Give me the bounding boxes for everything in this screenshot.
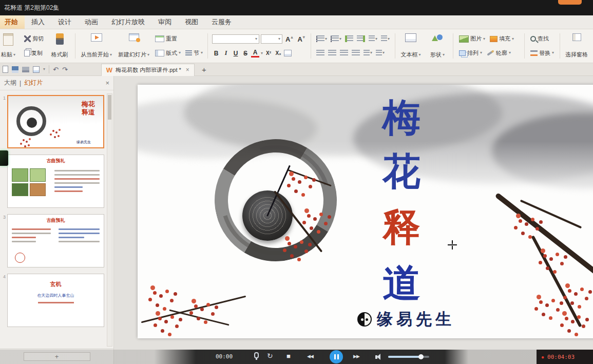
layout-button[interactable]: 版式 ▾ (154, 49, 182, 58)
superscript-button[interactable]: X² (264, 50, 273, 56)
italic-button[interactable]: I (222, 49, 230, 57)
outline-button[interactable]: 轮廓 ▾ (485, 49, 512, 58)
slide-thumbnail-2[interactable]: 古曲预礼 (7, 155, 104, 208)
section-button[interactable]: 节 ▾ (184, 49, 204, 58)
play-pause-button[interactable] (330, 350, 343, 363)
dropdown-arrow-icon: ▾ (147, 53, 149, 57)
increase-font-button[interactable]: A ▴ (284, 35, 294, 43)
slide-thumbnail-4[interactable]: 玄机 在天边四时人事玄山 (7, 274, 104, 327)
picture-button[interactable]: 图片 ▾ (457, 34, 487, 43)
subscript-button[interactable]: X₂ (274, 50, 282, 56)
text-direction-button[interactable]: ▾ (368, 35, 378, 43)
tab-animation[interactable]: 动画 (78, 15, 105, 29)
reset-button[interactable]: 重置 (154, 34, 204, 43)
tab-slideshow[interactable]: 幻灯片放映 (105, 15, 151, 29)
dropdown-arrow-icon: ▾ (13, 53, 15, 57)
new-tab-button[interactable]: + (198, 65, 210, 74)
numbered-list-button[interactable]: ▾ (330, 35, 342, 43)
section-icon (185, 50, 192, 55)
rewind-button[interactable]: ◀◀ (307, 354, 313, 359)
strikethrough-button[interactable]: S (241, 50, 250, 57)
tab-slides[interactable]: 幻灯片 (24, 79, 43, 87)
cut-button[interactable]: 剪切 (23, 34, 45, 43)
panel-close-icon[interactable]: × (105, 79, 109, 87)
slide-thumbnail-1[interactable]: 梅花 释道 缘易先生 (7, 95, 104, 148)
dropdown-arrow-icon: ▾ (278, 37, 280, 41)
bold-button[interactable]: B (212, 50, 220, 57)
format-painter-icon (56, 33, 64, 45)
save-icon[interactable] (12, 66, 18, 73)
projector-icon (91, 33, 102, 42)
volume-slider[interactable] (388, 356, 429, 358)
print-preview-icon[interactable] (33, 66, 40, 73)
tab-close-icon[interactable]: × (186, 66, 189, 73)
speaker-icon[interactable] (375, 354, 381, 360)
thumb-text-line (12, 237, 36, 238)
edge-watermark (0, 150, 8, 166)
arrange-button[interactable]: 排列 ▾ (457, 49, 484, 58)
document-tab[interactable]: W 梅花易数 内部班课件.ppt * × (101, 64, 195, 76)
selection-pane-button[interactable]: 选择窗格 (563, 32, 590, 60)
copy-icon (24, 50, 30, 56)
font-size-select[interactable]: ▾ (261, 34, 282, 44)
format-painter-button[interactable]: 格式刷 (47, 32, 72, 60)
new-file-icon[interactable] (3, 66, 8, 73)
microphone-icon[interactable] (254, 352, 259, 358)
paragraph-settings-button[interactable]: ▾ (380, 35, 391, 43)
increase-indent-button[interactable] (356, 35, 366, 43)
thumb-text-line: 在天边四时人事玄山 (8, 293, 104, 298)
thumb-text-line (54, 178, 100, 180)
phonetic-guide-icon[interactable] (284, 50, 292, 56)
replace-button[interactable]: 替换 ▾ (529, 49, 556, 58)
fill-button[interactable]: 填充 ▾ (488, 34, 515, 43)
stop-button[interactable]: ■ (286, 352, 291, 360)
shapes-button[interactable]: 形状▾ (425, 32, 450, 60)
yinyang-dot (361, 318, 364, 321)
find-button[interactable]: 查找 (529, 34, 556, 43)
volume-slider-knob[interactable] (418, 354, 424, 359)
new-slide-button[interactable]: 新建幻灯片▾ (116, 32, 151, 60)
thumb-text-line (59, 233, 100, 234)
sidebar-scrollbar[interactable] (107, 93, 112, 347)
align-left-button[interactable] (315, 49, 326, 57)
slide-thumbnail-3[interactable]: 古曲预礼 (7, 214, 104, 267)
tab-cloud[interactable]: 云服务 (205, 15, 238, 29)
tab-review[interactable]: 审阅 (151, 15, 178, 29)
undo-button[interactable]: ↶ (53, 66, 59, 73)
line-spacing-button[interactable]: ▾ (362, 49, 373, 57)
textbox-button[interactable]: 文本框▾ (398, 32, 423, 60)
decrease-indent-button[interactable] (344, 35, 354, 43)
justify-button[interactable] (351, 49, 361, 57)
tab-design[interactable]: 设计 (51, 15, 78, 29)
underline-button[interactable]: U (232, 50, 240, 57)
quickbar-dropdown-icon[interactable]: ▾ (43, 67, 45, 71)
quickbar-separator (49, 65, 49, 73)
sidebar-scrollbar-thumb[interactable] (108, 95, 111, 120)
outline-label: 轮廓 (496, 49, 507, 57)
paste-button[interactable]: 粘贴▾ (0, 32, 21, 60)
tab-outline[interactable]: 大纲 (4, 79, 16, 87)
thumb-text-line (59, 228, 100, 230)
font-color-button[interactable]: A (251, 49, 259, 58)
play-from-current-button[interactable]: 从当前开始▾ (79, 32, 114, 60)
thumb-title: 古曲预礼 (8, 217, 104, 224)
bullet-list-button[interactable]: ▾ (315, 35, 328, 43)
font-name-select[interactable]: ▾ (212, 34, 259, 44)
align-center-button[interactable] (327, 49, 337, 57)
replay-icon[interactable]: ↻ (267, 352, 273, 360)
columns-button[interactable]: ▾ (375, 49, 386, 57)
titlebar: 花释道 第2期第02集 (0, 0, 593, 15)
tab-home[interactable]: 开始 (0, 15, 25, 29)
tab-view[interactable]: 视图 (178, 15, 205, 29)
fast-forward-button[interactable]: ▶▶ (353, 354, 359, 359)
align-right-button[interactable] (339, 49, 349, 57)
thumb-compass (27, 118, 37, 128)
decrease-font-button[interactable]: A ▾ (296, 35, 306, 43)
titlebar-accent-button[interactable] (558, 0, 582, 5)
redo-button[interactable]: ↷ (62, 66, 68, 73)
slide-editor[interactable]: 梅 花 释 道 缘易先生 (138, 85, 593, 338)
outline-icon (487, 50, 494, 56)
copy-button[interactable]: 复制 (23, 49, 45, 58)
tab-insert[interactable]: 插入 (25, 15, 51, 29)
print-icon[interactable] (22, 67, 29, 72)
